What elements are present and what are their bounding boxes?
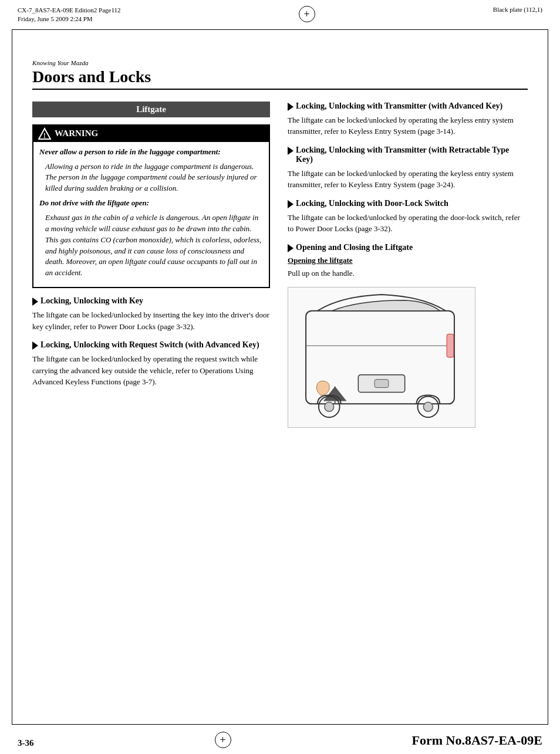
warning-item-1-body: Allowing a person to ride in the luggage… (39, 161, 263, 195)
bottom-bar: 3-36 Form No.8AS7-EA-09E (0, 726, 560, 754)
svg-point-11 (424, 403, 433, 412)
warning-content: Never allow a person to ride in the lugg… (39, 147, 263, 279)
svg-point-9 (325, 403, 334, 412)
section-request-switch-heading: Locking, Unlocking with Request Switch (… (32, 340, 270, 350)
top-bar: CX-7_8AS7-EA-09E Edition2 Page112 Friday… (0, 0, 560, 27)
section-locking-key-label: Locking, Unlocking with Key (41, 296, 143, 306)
section-opening-closing-heading: Opening and Closing the Liftgate (288, 243, 528, 252)
section-transmitter-advanced-label: Locking, Unlocking with Transmitter (wit… (296, 102, 502, 111)
svg-text:!: ! (43, 131, 46, 140)
top-bar-right: Black plate (112,1) (493, 6, 542, 13)
warning-label: WARNING (55, 129, 98, 138)
warning-box: ! WARNING Never allow a person to ride i… (32, 124, 270, 288)
car-illustration (288, 287, 528, 430)
section-transmitter-retractable-heading: Locking, Unlocking with Transmitter (wit… (288, 146, 528, 164)
content-columns: Liftgate ! WARNING Never allow a person … (0, 102, 560, 431)
file-info-line1: CX-7_8AS7-EA-09E Edition2 Page112 (18, 6, 121, 15)
section-transmitter-advanced-heading: Locking, Unlocking with Transmitter (wit… (288, 102, 528, 111)
bullet-icon-5 (288, 200, 294, 208)
page: CX-7_8AS7-EA-09E Edition2 Page112 Friday… (0, 0, 560, 754)
section-request-switch-label: Locking, Unlocking with Request Switch (… (41, 340, 259, 350)
warning-header: ! WARNING (33, 126, 269, 142)
warning-triangle-icon: ! (38, 127, 51, 140)
top-bar-left: CX-7_8AS7-EA-09E Edition2 Page112 Friday… (18, 6, 121, 24)
bullet-icon-3 (288, 103, 294, 111)
bullet-icon-6 (288, 244, 294, 252)
section-transmitter-advanced-body: The liftgate can be locked/unlocked by o… (288, 114, 528, 137)
section-door-lock-switch-label: Locking, Unlocking with Door-Lock Switch (296, 199, 448, 208)
opening-liftgate-body: Pull up on the handle. (288, 268, 528, 279)
warning-item-1-title: Never allow a person to ride in the lugg… (39, 147, 263, 158)
header-section: Knowing Your Mazda Doors and Locks (0, 27, 560, 90)
left-column: Liftgate ! WARNING Never allow a person … (32, 102, 270, 431)
breadcrumb: Knowing Your Mazda (32, 59, 528, 66)
bullet-icon-4 (288, 147, 294, 155)
section-request-switch-body: The liftgate can be locked/unlocked by o… (32, 353, 270, 388)
registration-mark (299, 6, 315, 22)
svg-rect-12 (447, 334, 454, 358)
section-transmitter-retractable-body: The liftgate can be locked/unlocked by o… (288, 168, 528, 191)
svg-rect-5 (375, 380, 389, 388)
page-number: 3-36 (18, 738, 34, 748)
opening-liftgate-subheading: Opening the liftgate (288, 256, 528, 265)
form-number: Form No.8AS7-EA-09E (412, 733, 542, 748)
liftgate-banner: Liftgate (32, 102, 270, 117)
bullet-icon-2 (32, 342, 38, 350)
section-locking-key-heading: Locking, Unlocking with Key (32, 296, 270, 306)
section-door-lock-switch-heading: Locking, Unlocking with Door-Lock Switch (288, 199, 528, 208)
file-info-line2: Friday, June 5 2009 2:24 PM (18, 15, 121, 23)
page-title: Doors and Locks (32, 67, 528, 86)
section-door-lock-switch-body: The liftgate can be locked/unlocked by o… (288, 212, 528, 235)
section-transmitter-retractable-label: Locking, Unlocking with Transmitter (wit… (296, 146, 528, 164)
section-opening-closing-label: Opening and Closing the Liftgate (296, 243, 413, 252)
warning-item-2-title: Do not drive with the liftgate open: (39, 198, 263, 209)
bottom-circle (215, 732, 231, 748)
warning-item-2-body: Exhaust gas in the cabin of a vehicle is… (39, 212, 263, 279)
bottom-registration-mark (215, 732, 231, 748)
title-rule (32, 89, 528, 90)
top-bar-center (121, 6, 493, 22)
section-locking-key-body: The liftgate can be locked/unlocked by i… (32, 309, 270, 332)
right-column: Locking, Unlocking with Transmitter (wit… (288, 102, 528, 431)
bullet-icon-1 (32, 297, 38, 306)
